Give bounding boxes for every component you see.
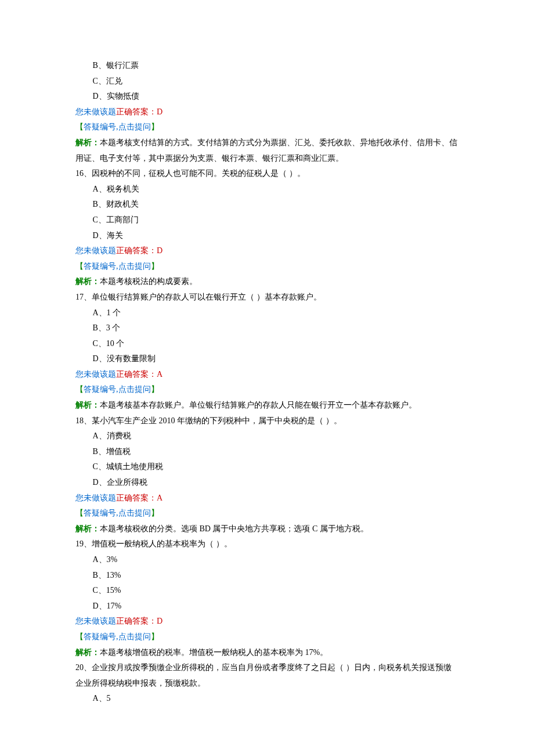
question-link[interactable]: 答疑编号,点击提问: [84, 262, 151, 271]
answer-line: 您未做该题正确答案：D: [75, 105, 459, 120]
answer-line: 您未做该题正确答案：A: [75, 367, 459, 383]
option-text: B、13%: [92, 571, 121, 579]
option-text: D、没有数量限制: [92, 354, 155, 363]
analysis-text: 本题考核支付结算的方式。支付结算的方式分为票据、汇兑、委托收款、异地托收承付、信…: [75, 138, 457, 163]
option-d: D、实物抵债: [75, 89, 459, 105]
question-15-partial: B、银行汇票 C、汇兑 D、实物抵债 您未做该题正确答案：D 【答疑编号,点击提…: [75, 58, 459, 166]
correct-answer-value: D: [157, 107, 163, 116]
analysis-line: 解析：本题考核税收的分类。选项 BD 属于中央地方共享税；选项 C 属于地方税。: [75, 521, 459, 537]
bracket-open: 【: [75, 123, 84, 131]
question-link[interactable]: 答疑编号,点击提问: [84, 509, 151, 517]
question-link-line[interactable]: 【答疑编号,点击提问】: [75, 629, 459, 645]
option-text: B、银行汇票: [92, 61, 138, 70]
bracket-open: 【: [75, 262, 84, 271]
option-c: C、10 个: [75, 336, 459, 352]
analysis-line: 解析：本题考核税法的构成要素。: [75, 274, 459, 290]
option-text: C、15%: [92, 586, 121, 595]
analysis-label: 解析：: [75, 401, 100, 409]
analysis-label: 解析：: [75, 277, 100, 286]
analysis-line: 解析：本题考核支付结算的方式。支付结算的方式分为票据、汇兑、委托收款、异地托收承…: [75, 135, 459, 166]
analysis-text: 本题考核税法的构成要素。: [100, 277, 197, 286]
option-b: B、3 个: [75, 321, 459, 336]
correct-answer-label: 正确答案：: [116, 370, 157, 379]
bracket-close: 】: [151, 262, 159, 271]
answer-line: 您未做该题正确答案：D: [75, 614, 459, 629]
option-text: C、10 个: [92, 339, 124, 348]
option-text: B、增值税: [92, 447, 130, 456]
bracket-close: 】: [151, 509, 159, 517]
question-stem: 16、因税种的不同，征税人也可能不同。关税的征税人是（ ）。: [75, 166, 459, 182]
bracket-close: 】: [151, 385, 159, 394]
option-text: A、税务机关: [92, 185, 139, 193]
analysis-line: 解析：本题考核增值税的税率。增值税一般纳税人的基本税率为 17%。: [75, 645, 459, 661]
correct-answer-value: D: [157, 246, 163, 255]
status-not-done: 您未做该题: [75, 107, 116, 116]
bracket-close: 】: [151, 632, 159, 641]
option-text: D、实物抵债: [92, 92, 139, 100]
question-link[interactable]: 答疑编号,点击提问: [84, 632, 151, 641]
question-17: 17、单位银行结算账户的存款人可以在银行开立（ ）基本存款账户。 A、1 个 B…: [75, 290, 459, 413]
bracket-open: 【: [75, 632, 84, 641]
answer-line: 您未做该题正确答案：A: [75, 491, 459, 506]
option-text: C、汇兑: [92, 77, 122, 85]
status-not-done: 您未做该题: [75, 370, 116, 379]
bracket-open: 【: [75, 509, 84, 517]
analysis-text: 本题考核增值税的税率。增值税一般纳税人的基本税率为 17%。: [100, 648, 328, 657]
option-b: B、增值税: [75, 444, 459, 460]
option-b: B、银行汇票: [75, 58, 459, 74]
option-text: A、3%: [92, 555, 117, 564]
analysis-label: 解析：: [75, 138, 100, 147]
option-d: D、企业所得税: [75, 475, 459, 491]
option-c: C、工商部门: [75, 213, 459, 228]
question-20-partial: 20、企业按月或按季预缴企业所得税的，应当自月份或者季度终了之日起（ ）日内，向…: [75, 660, 459, 707]
option-text: C、城镇土地使用税: [92, 462, 163, 471]
option-a: A、5: [75, 691, 459, 707]
question-stem: 17、单位银行结算账户的存款人可以在银行开立（ ）基本存款账户。: [75, 290, 459, 305]
option-text: A、5: [92, 694, 110, 703]
option-d: D、没有数量限制: [75, 351, 459, 367]
correct-answer-label: 正确答案：: [116, 107, 157, 116]
option-b: B、财政机关: [75, 197, 459, 213]
question-19: 19、增值税一般纳税人的基本税率为（ ）。 A、3% B、13% C、15% D…: [75, 537, 459, 660]
option-a: A、1 个: [75, 305, 459, 321]
question-link[interactable]: 答疑编号,点击提问: [84, 385, 151, 394]
answer-line: 您未做该题正确答案：D: [75, 243, 459, 259]
bracket-close: 】: [151, 123, 159, 131]
option-c: C、城镇土地使用税: [75, 459, 459, 475]
question-link[interactable]: 答疑编号,点击提问: [84, 123, 151, 131]
question-link-line[interactable]: 【答疑编号,点击提问】: [75, 506, 459, 521]
option-a: A、消费税: [75, 429, 459, 444]
correct-answer-value: A: [157, 494, 163, 502]
status-not-done: 您未做该题: [75, 246, 116, 255]
analysis-label: 解析：: [75, 648, 100, 657]
option-c: C、15%: [75, 583, 459, 599]
analysis-line: 解析：本题考核基本存款账户。单位银行结算账户的存款人只能在银行开立一个基本存款账…: [75, 398, 459, 413]
question-stem: 20、企业按月或按季预缴企业所得税的，应当自月份或者季度终了之日起（ ）日内，向…: [75, 660, 459, 691]
option-a: A、税务机关: [75, 182, 459, 197]
option-text: A、1 个: [92, 308, 121, 317]
correct-answer-value: D: [157, 617, 163, 625]
option-text: B、3 个: [92, 323, 120, 332]
question-stem: 19、增值税一般纳税人的基本税率为（ ）。: [75, 537, 459, 552]
option-c: C、汇兑: [75, 74, 459, 89]
question-link-line[interactable]: 【答疑编号,点击提问】: [75, 120, 459, 135]
correct-answer-value: A: [157, 370, 163, 379]
question-link-line[interactable]: 【答疑编号,点击提问】: [75, 259, 459, 275]
question-16: 16、因税种的不同，征税人也可能不同。关税的征税人是（ ）。 A、税务机关 B、…: [75, 166, 459, 290]
option-text: A、消费税: [92, 431, 131, 440]
analysis-text: 本题考核税收的分类。选项 BD 属于中央地方共享税；选项 C 属于地方税。: [100, 524, 369, 533]
correct-answer-label: 正确答案：: [116, 617, 157, 625]
question-stem: 18、某小汽车生产企业 2010 年缴纳的下列税种中，属于中央税的是（ ）。: [75, 413, 459, 429]
option-a: A、3%: [75, 552, 459, 568]
question-link-line[interactable]: 【答疑编号,点击提问】: [75, 382, 459, 398]
correct-answer-label: 正确答案：: [116, 494, 157, 502]
option-text: D、海关: [92, 231, 122, 240]
status-not-done: 您未做该题: [75, 494, 116, 502]
option-text: B、财政机关: [92, 200, 138, 208]
analysis-label: 解析：: [75, 524, 100, 533]
option-d: D、17%: [75, 599, 459, 614]
option-text: D、企业所得税: [92, 478, 147, 487]
option-text: D、17%: [92, 602, 121, 610]
status-not-done: 您未做该题: [75, 617, 116, 625]
bracket-open: 【: [75, 385, 84, 394]
